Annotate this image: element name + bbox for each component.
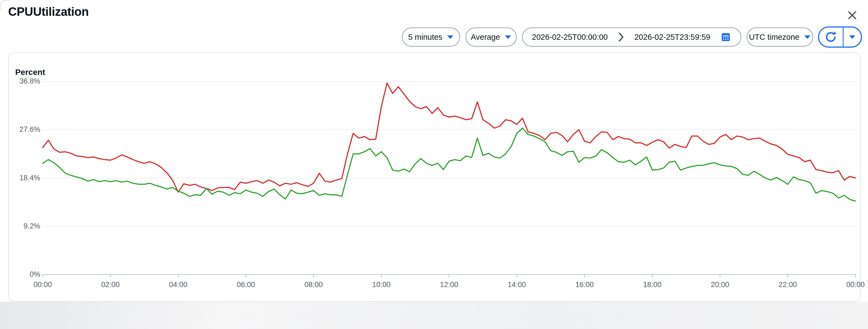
x-tick-label: 20:00 bbox=[701, 280, 739, 289]
x-tick-label: 22:00 bbox=[769, 280, 807, 289]
chart-plot-area[interactable] bbox=[43, 81, 856, 275]
y-tick-label: 0% bbox=[0, 270, 40, 279]
y-tick-label: 18.4% bbox=[0, 174, 40, 182]
x-tick-label: 02:00 bbox=[91, 280, 129, 289]
x-tick-label: 18:00 bbox=[633, 280, 672, 289]
y-tick-label: 9.2% bbox=[0, 222, 40, 230]
page-background-band bbox=[0, 302, 868, 329]
x-tick-label: 12:00 bbox=[430, 280, 468, 289]
y-tick-label: 27.6% bbox=[0, 125, 40, 134]
y-tick-label: 36.8% bbox=[0, 77, 40, 85]
x-tick-label: 10:00 bbox=[362, 280, 400, 289]
cloudwatch-metric-view: CPUUtilization 5 minutes Average 2026-02… bbox=[0, 0, 868, 329]
x-tick-label: 04:00 bbox=[159, 280, 197, 289]
x-tick-label: 00:00 bbox=[836, 280, 868, 289]
x-tick-label: 16:00 bbox=[566, 280, 604, 289]
x-tick-label: 06:00 bbox=[227, 280, 265, 289]
x-tick-label: 14:00 bbox=[498, 280, 536, 289]
x-tick-label: 00:00 bbox=[24, 280, 62, 289]
x-tick-label: 08:00 bbox=[294, 280, 333, 289]
